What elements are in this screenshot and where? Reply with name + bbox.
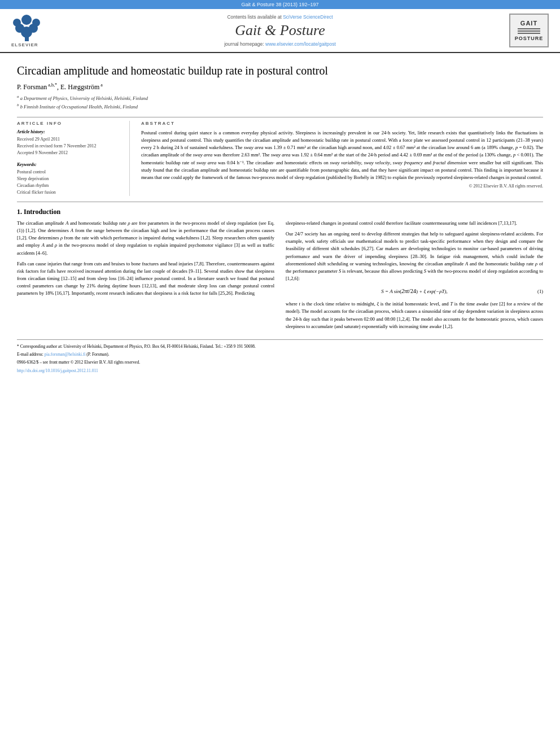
elsevier-name: ELSEVIER bbox=[11, 42, 38, 47]
article-title: Circadian amplitude and homeostatic buil… bbox=[17, 59, 543, 78]
intro-col-left: The circadian amplitude A and homeostati… bbox=[17, 220, 274, 334]
affil-a: a a Department of Physics, University of… bbox=[17, 94, 543, 102]
journal-logo-box: GAIT POSTURE bbox=[509, 14, 549, 47]
footnote-doi-link[interactable]: http://dx.doi.org/10.1016/j.gaitpost.201… bbox=[17, 368, 98, 373]
abstract-column: ABSTRACT Postural control during quiet s… bbox=[141, 121, 543, 196]
logo-lines bbox=[518, 28, 540, 34]
journal-header-center: Contents lists available at SciVerse Sci… bbox=[62, 14, 498, 47]
intro-right-p2: Our 24/7 society has an ongoing need to … bbox=[286, 230, 543, 282]
keyword-3: Circadian rhythm bbox=[17, 182, 121, 189]
info-abstract-section: ARTICLE INFO Article history: Received 2… bbox=[17, 121, 543, 196]
elsevier-tree-icon bbox=[11, 14, 42, 42]
authors-line: P. Forsman a,b,*, E. Hæggström a bbox=[17, 82, 543, 91]
intro-right-p1: sleepiness-related changes in postural c… bbox=[286, 220, 543, 227]
equation-1-block: S = A sin(2πt/24) + ξ exp(−ρT), (1) bbox=[286, 287, 543, 296]
journal-logo-area: GAIT POSTURE bbox=[498, 14, 549, 47]
article-info-heading: ARTICLE INFO bbox=[17, 121, 121, 126]
footnote-email-person: (P. Forsman). bbox=[86, 352, 109, 357]
copyright-line: © 2012 Elsevier B.V. All rights reserved… bbox=[141, 184, 543, 189]
abstract-heading: ABSTRACT bbox=[141, 121, 543, 126]
journal-homepage: journal homepage: www.elsevier.com/locat… bbox=[62, 41, 498, 47]
main-content: Circadian amplitude and homeostatic buil… bbox=[0, 53, 560, 381]
article-history-block: Article history: Received 29 April 2011 … bbox=[17, 129, 121, 156]
article-info-column: ARTICLE INFO Article history: Received 2… bbox=[17, 121, 130, 196]
logo-line-2 bbox=[518, 30, 540, 32]
svg-point-4 bbox=[13, 19, 21, 27]
keyword-4: Critical flicker fusion bbox=[17, 189, 121, 196]
accepted-date: Accepted 9 November 2012 bbox=[17, 150, 121, 156]
homepage-url[interactable]: www.elsevier.com/locate/gaitpost bbox=[265, 41, 336, 47]
footnote-corresponding-text: * Corresponding author at: University of… bbox=[17, 344, 256, 349]
journal-header: ELSEVIER Contents lists available at Sci… bbox=[0, 9, 560, 53]
author-separator: , E. Hæggström bbox=[57, 83, 99, 91]
footnote-email: E-mail address: pia.forsman@helsinki.fi … bbox=[17, 351, 543, 357]
affil-b: b b Finnish Institute of Occupational He… bbox=[17, 102, 543, 111]
footnote-issn: 0966-6362/$ – see front matter © 2012 El… bbox=[17, 359, 543, 365]
affiliations: a a Department of Physics, University of… bbox=[17, 94, 543, 111]
footnote-corresponding: * Corresponding author at: University of… bbox=[17, 343, 543, 350]
journal-citation-text: Gait & Posture 38 (2013) 192–197 bbox=[241, 2, 318, 7]
contents-available-line: Contents lists available at SciVerse Sci… bbox=[62, 14, 498, 20]
journal-citation-bar: Gait & Posture 38 (2013) 192–197 bbox=[0, 0, 560, 9]
keywords-label: Keywords: bbox=[17, 162, 121, 167]
intro-heading: 1. Introduction bbox=[17, 208, 543, 216]
intro-body-columns: The circadian amplitude A and homeostati… bbox=[17, 220, 543, 334]
author-p-forsman: P. Forsman bbox=[17, 83, 47, 91]
intro-p1: The circadian amplitude A and homeostati… bbox=[17, 220, 274, 257]
sciverse-link[interactable]: SciVerse ScienceDirect bbox=[283, 14, 333, 20]
haggstrom-affil-sup: a bbox=[99, 82, 103, 88]
divider-1 bbox=[17, 117, 543, 117]
footnote-email-label: E-mail address: bbox=[17, 352, 43, 357]
keywords-block: Keywords: Postural control Sleep depriva… bbox=[17, 162, 121, 196]
homepage-label: journal homepage: bbox=[224, 41, 264, 47]
logo-bottom-text: POSTURE bbox=[515, 36, 544, 41]
divider-2 bbox=[17, 202, 543, 202]
revised-date: Received in revised form 7 November 2012 bbox=[17, 143, 121, 150]
intro-col-right: sleepiness-related changes in postural c… bbox=[286, 220, 543, 334]
footnotes-section: * Corresponding author at: University of… bbox=[17, 339, 543, 374]
footnote-issn-text: 0966-6362/$ – see front matter © 2012 El… bbox=[17, 360, 140, 365]
contents-label: Contents lists available at bbox=[227, 14, 281, 20]
abstract-text: Postural control during quiet stance is … bbox=[141, 129, 543, 181]
journal-title: Gait & Posture bbox=[62, 22, 498, 39]
introduction-section: 1. Introduction The circadian amplitude … bbox=[17, 208, 543, 334]
keyword-2: Sleep deprivation bbox=[17, 176, 121, 182]
intro-right-p3: where t is the clock time relative to mi… bbox=[286, 300, 543, 330]
logo-line-1 bbox=[518, 28, 540, 29]
logo-top-text: GAIT bbox=[520, 20, 537, 27]
elsevier-logo: ELSEVIER bbox=[11, 14, 62, 47]
intro-p2: Falls can cause injuries that range from… bbox=[17, 260, 274, 298]
history-label: Article history: bbox=[17, 129, 121, 134]
keyword-1: Postural control bbox=[17, 169, 121, 176]
equation-1-text: S = A sin(2πt/24) + ξ exp(−ρT), bbox=[381, 287, 447, 296]
footnote-doi: http://dx.doi.org/10.1016/j.gaitpost.201… bbox=[17, 368, 543, 374]
elsevier-logo-area: ELSEVIER bbox=[11, 14, 62, 47]
equation-number: (1) bbox=[537, 288, 543, 295]
forsman-affil-sup: a,b,* bbox=[47, 82, 57, 88]
svg-point-6 bbox=[21, 15, 32, 25]
footnote-email-link[interactable]: pia.forsman@helsinki.fi bbox=[45, 352, 86, 357]
logo-line-3 bbox=[518, 33, 540, 34]
received-date: Received 29 April 2011 bbox=[17, 136, 121, 143]
svg-point-5 bbox=[32, 19, 40, 27]
